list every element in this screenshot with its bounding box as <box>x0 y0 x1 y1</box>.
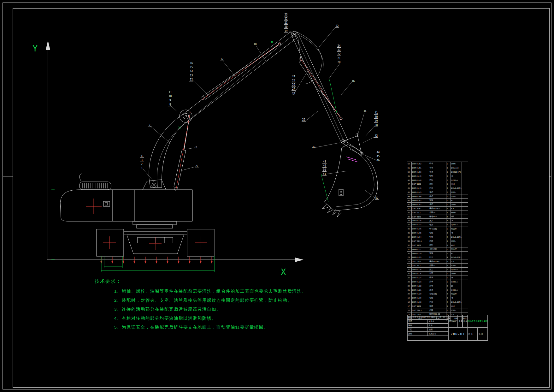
technical-requirements-title: 技术要求： <box>95 278 306 284</box>
parts-table-row: 23ZHR-01-23挡板1Q235-A <box>407 280 468 284</box>
parts-table-row: 39GB/T 6170螺母M1648级 <box>407 215 468 219</box>
parts-table-row: 28GB/T 5782螺栓M12×3588.8 <box>407 259 468 264</box>
title-block-weight-label: 重量 <box>458 315 463 328</box>
title-block-process-label: 工艺 <box>407 328 428 332</box>
exhaust-pipe <box>80 174 82 181</box>
undercarriage-centerlines <box>103 236 207 250</box>
parts-table-row: 29ZHR-01-29衬套4ZCuSn10P1 <box>407 255 468 259</box>
parts-table-row: 49ZHR-01-49销轴245 <box>407 174 468 178</box>
parts-table-body: 52ZHR-01-52铲斗116Mn51ZHR-01-51斗齿5ZGMn1350… <box>407 162 468 317</box>
radiator-grille <box>83 183 107 188</box>
parts-table-row: 30ZHR-01-30销轴245 <box>407 251 468 255</box>
x-axis-arrowhead <box>295 258 304 262</box>
parts-table-row: 44ZHR-01-44摇杆216Mn <box>407 194 468 199</box>
bucket-cylinder-centerline <box>300 58 342 120</box>
boom-cylinder-centerline <box>176 112 190 190</box>
hydraulic-hoses <box>296 32 323 84</box>
drawing-number: ZHR-01 <box>448 328 467 341</box>
title-block-check-label: 审核 <box>407 324 428 328</box>
boom <box>149 31 298 187</box>
y-axis-arrowhead <box>46 40 50 50</box>
tech-requirement-item: 2、装配时，对管夹、支座、法兰及接头等用螺纹连接固定的部位要拧紧，防止松动。 <box>114 296 306 305</box>
parts-table-row: 41GB/T 5782螺栓M16×5048.8 <box>407 206 468 211</box>
parts-table-row: 21ZHR-01-21支座2Q235-A <box>407 288 468 292</box>
tech-items: 1、销轴、螺栓、油嘴等零件在装配前需要清洗，组合件的加工表面也要求去毛刺然后清洗… <box>95 287 306 332</box>
x-axis-label: X <box>281 267 286 277</box>
title-block-base-no-label: 底图总号 <box>428 332 448 336</box>
title-block-standard-label: 标准化 <box>428 319 448 324</box>
parts-table-row: 38ZHR-01-38接头435 <box>407 219 468 223</box>
engine-hood <box>80 182 111 190</box>
parts-table-row: 25ZHR-01-25动臂116Mn <box>407 272 468 276</box>
parts-table-row: 27GB/T 97.1垫圈12865Mn <box>407 264 468 268</box>
parts-table-row: 42ZHR-01-42斗杆116Mn <box>407 202 468 206</box>
title-block-scale-label: 比例 <box>463 315 467 328</box>
parts-table-row: 19ZHR-01-19销轴245 <box>407 296 468 300</box>
parts-table-row: 18ZHR-01-18衬套4ZCuSn10P1 <box>407 300 468 304</box>
body-centerlines <box>86 199 102 214</box>
turntable <box>133 221 176 228</box>
arm-cylinder-centerline <box>202 43 281 100</box>
title-block-trace-check-label: 描校 <box>407 332 428 336</box>
parts-table-row: 34ZHR-01-34轴套4ZCuSn10P1 <box>407 235 468 239</box>
parts-table-row: 20ZHR-01-20动臂油缸2组合件 <box>407 292 468 296</box>
parts-table-row: 46ZHR-01-46衬套4ZCuSn10P1 <box>407 186 468 190</box>
parts-table-row: 32GB/T 1152油杯8H62 <box>407 243 468 247</box>
parts-table-row: 45ZHR-01-45连杆216Mn <box>407 190 468 194</box>
title-block-trace-label: 描图 <box>428 328 448 332</box>
parts-table-row: 33GB/T 894.1挡圈465Mn <box>407 239 468 243</box>
title-block-design-label: 设计 <box>407 319 428 324</box>
tech-requirement-item: 1、销轴、螺栓、油嘴等零件在装配前需要清洗，组合件的加工表面也要求去毛刺然后清洗… <box>114 287 306 296</box>
bucket-linkage <box>342 134 363 155</box>
boom-cylinder-rod-joint <box>180 110 192 122</box>
boom-foot-pivot <box>152 183 156 187</box>
parts-table-row: 36ZHR-01-36铲斗油缸1组合件 <box>407 227 468 231</box>
title-block-sheets-label: 共 张 <box>467 328 478 341</box>
tech-requirement-item: 4、有相对转动的部分均要涂油脂以润滑和防锈。 <box>114 314 306 323</box>
parts-table-row: 51ZHR-01-51斗齿5ZGMn13 <box>407 166 468 170</box>
drawing-sheet: Y X 232221201918222423222120171615141312… <box>0 0 554 392</box>
technical-requirements: 技术要求： 1、销轴、螺栓、油嘴等零件在装配前需要清洗，组合件的加工表面也要求去… <box>95 278 306 332</box>
parts-table-row: 35ZHR-01-35销轴245 <box>407 231 468 235</box>
title-block-sheet-label: 第 张 <box>478 328 488 341</box>
boom-cylinder <box>174 113 191 190</box>
linkage-highlight <box>346 157 357 162</box>
title-block-approve-label: 批准 <box>428 324 448 328</box>
parts-table-row: 37ZHR-01-37管夹6Q235-A <box>407 223 468 227</box>
tech-requirement-item: 5、为保证安全，在装配完后铲斗要支在地面上，而动臂油缸要尽量缩回。 <box>114 323 306 332</box>
parts-table-row: 16GB/T 894.1挡圈265Mn <box>407 308 468 312</box>
parts-table: 52ZHR-01-52铲斗116Mn51ZHR-01-51斗齿5ZGMn1350… <box>407 162 468 321</box>
parts-table-row: 48ZHR-01-48挡板2Q235-A <box>407 178 468 182</box>
title-block: 标记 处数 分区 更改文件号 签名 年、月、日 设计 标准化 审核 批准 工艺 … <box>407 315 488 341</box>
parts-table-row: 43ZHR-01-43销轴145 <box>407 199 468 203</box>
parts-table-row: 40GB/T 97.1垫圈16465Mn <box>407 211 468 215</box>
track-shoe-marks <box>100 257 213 264</box>
parts-table-row: 24ZHR-01-24销轴145 <box>407 276 468 280</box>
y-axis-label: Y <box>32 44 38 53</box>
bucket <box>322 145 378 217</box>
parts-table-row: 17GB/T 1152油嘴4H62 <box>407 304 468 308</box>
parts-table-row: 47GB/T 1152油杯6H62 <box>407 182 468 186</box>
parts-table-row: 26ZHR-01-26法兰2Q235-A <box>407 268 468 272</box>
callout-leader-lines <box>143 28 377 198</box>
arm <box>292 33 348 143</box>
parts-table-row: 50ZHR-01-50齿座5ZG310-570 <box>407 170 468 174</box>
parts-table-row: 22ZHR-01-22油管220 <box>407 284 468 288</box>
green-trace-marks <box>178 41 337 202</box>
title-block-stage-label: 阶段标记 <box>448 315 458 328</box>
parts-table-row: 52ZHR-01-52铲斗116Mn <box>407 162 468 166</box>
excavator-upper-body <box>60 174 192 221</box>
tech-requirement-item: 3、连接的活动部分在装配完后运转应该灵活自如。 <box>114 305 306 314</box>
title-block-revision-row: 标记 处数 分区 更改文件号 签名 年、月、日 <box>407 315 448 319</box>
coordinate-axes <box>47 47 295 260</box>
drawing-title: 挖掘机工作装置总装图 <box>467 315 488 328</box>
title-block-signature-row <box>407 336 448 341</box>
parts-table-row: 31ZHR-01-31斗杆油缸1组合件 <box>407 247 468 251</box>
